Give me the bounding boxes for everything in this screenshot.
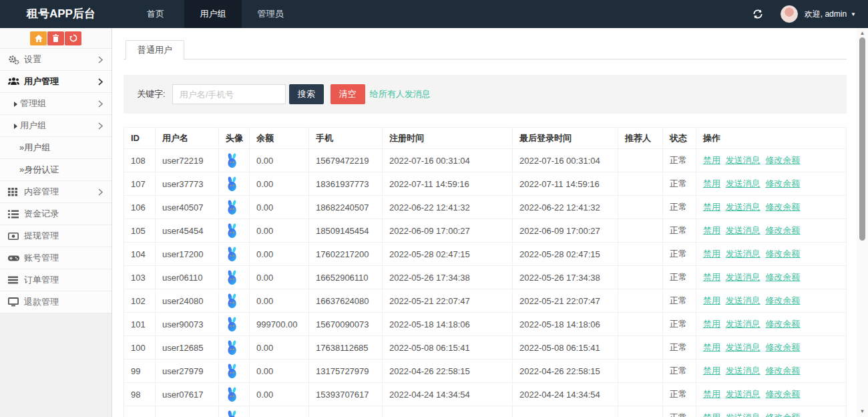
modify-balance-link[interactable]: 修改余额 [765, 389, 800, 399]
send-message-link[interactable]: 发送消息 [726, 389, 761, 399]
cell-last-login: 2022-07-16 00:31:04 [513, 149, 618, 172]
modify-balance-link[interactable]: 修改余额 [765, 202, 800, 212]
cell-referrer [618, 383, 663, 406]
send-message-link[interactable]: 发送消息 [726, 178, 761, 188]
cell-username: user06110 [156, 266, 219, 289]
disable-link[interactable]: 禁用 [703, 319, 720, 329]
sidebar-item-label: 内容管理 [24, 186, 59, 198]
sidebar-item-settings[interactable]: 设置 [0, 49, 112, 71]
modify-balance-link[interactable]: 修改余额 [765, 272, 800, 282]
nav-tab-admin[interactable]: 管理员 [242, 0, 299, 28]
send-message-link[interactable]: 发送消息 [726, 249, 761, 259]
cell-last-login: 2022-04-24 14:34:54 [513, 383, 618, 406]
sidebar-item-account-management[interactable]: 账号管理 [0, 247, 112, 269]
navbar-right: 欢迎, admin ▼ [752, 0, 856, 28]
clear-button[interactable]: 清空 [331, 84, 365, 104]
brand-title: 租号APP后台 [0, 0, 112, 28]
vertical-scrollbar[interactable]: ▲ ▼ [857, 28, 868, 417]
refresh-icon[interactable] [752, 9, 763, 19]
sidebar: 设置 用户管理 管理组 用户组 »用户组 »身份认证 内容管理 资金记录 [0, 28, 112, 417]
modify-balance-link[interactable]: 修改余额 [765, 225, 800, 235]
disable-link[interactable]: 禁用 [703, 272, 720, 282]
modify-balance-link[interactable]: 修改余额 [765, 155, 800, 165]
cell-id: 100 [124, 336, 156, 360]
send-message-link[interactable]: 发送消息 [726, 202, 761, 212]
chevron-right-icon [98, 55, 103, 65]
cell-registered: 2022-04-24 14:34:54 [383, 383, 513, 406]
cell-actions: 禁用 发送消息 修改余额 [696, 406, 847, 417]
sidebar-item-order-management[interactable]: 订单管理 [0, 269, 112, 291]
disable-link[interactable]: 禁用 [703, 412, 720, 417]
user-avatar[interactable] [781, 5, 798, 23]
modify-balance-link[interactable]: 修改余额 [765, 342, 800, 352]
send-message-link[interactable]: 发送消息 [726, 342, 761, 352]
keyword-input[interactable] [172, 84, 286, 104]
modify-balance-link[interactable]: 修改余额 [765, 249, 800, 259]
modify-balance-link[interactable]: 修改余额 [765, 412, 800, 417]
trash-button[interactable] [47, 31, 64, 45]
send-message-link[interactable]: 发送消息 [726, 412, 761, 417]
col-id: ID [124, 128, 156, 149]
modify-balance-link[interactable]: 修改余额 [765, 366, 800, 376]
sidebar-item-user-management[interactable]: 用户管理 [0, 71, 112, 93]
cell-referrer [618, 219, 663, 243]
sidebar-item-user-group-list[interactable]: »用户组 [0, 137, 112, 159]
disable-link[interactable]: 禁用 [703, 389, 720, 399]
sidebar-item-user-group[interactable]: 用户组 [0, 115, 112, 137]
cell-phone [309, 406, 383, 417]
recycle-button[interactable] [65, 31, 81, 45]
nav-tab-home[interactable]: 首页 [127, 0, 184, 28]
tab-normal-users[interactable]: 普通用户 [126, 40, 184, 59]
disable-link[interactable]: 禁用 [703, 295, 720, 305]
cell-phone: 13175727979 [309, 360, 383, 383]
modify-balance-link[interactable]: 修改余额 [765, 178, 800, 188]
cell-last-login: 2022-05-28 02:47:15 [513, 243, 618, 266]
top-navbar: 租号APP后台 首页 用户组 管理员 欢迎, admin ▼ [0, 0, 868, 28]
broadcast-message-link[interactable]: 给所有人发消息 [370, 88, 431, 100]
modify-balance-link[interactable]: 修改余额 [765, 295, 800, 305]
table-row: 100 user12685 [124, 336, 847, 360]
cell-status: 正常 [663, 149, 696, 172]
nav-tab-usergroup[interactable]: 用户组 [184, 0, 242, 28]
disable-link[interactable]: 禁用 [703, 202, 720, 212]
welcome-text[interactable]: 欢迎, admin [805, 9, 847, 20]
sidebar-item-admin-group[interactable]: 管理组 [0, 93, 112, 115]
chevron-right-icon [98, 122, 103, 132]
scroll-down-icon[interactable]: ▼ [857, 407, 868, 416]
trash-icon [52, 34, 59, 42]
cell-id: 102 [124, 289, 156, 313]
send-message-link[interactable]: 发送消息 [726, 319, 761, 329]
sidebar-item-refund-management[interactable]: 退款管理 [0, 291, 112, 313]
table-row: 101 user90073 [124, 313, 847, 336]
send-message-link[interactable]: 发送消息 [726, 272, 761, 282]
scroll-up-icon[interactable]: ▲ [857, 29, 868, 38]
scrollbar-thumb[interactable] [859, 37, 865, 241]
search-button[interactable]: 搜索 [289, 84, 324, 104]
sidebar-item-content-management[interactable]: 内容管理 [0, 181, 112, 203]
table-row: 102 user24080 [124, 289, 847, 313]
disable-link[interactable]: 禁用 [703, 342, 720, 352]
disable-link[interactable]: 禁用 [703, 225, 720, 235]
send-message-link[interactable]: 发送消息 [726, 366, 761, 376]
sidebar-item-label: 退款管理 [24, 296, 59, 308]
chevron-right-icon [98, 188, 103, 198]
modify-balance-link[interactable]: 修改余额 [765, 319, 800, 329]
send-message-link[interactable]: 发送消息 [726, 295, 761, 305]
sidebar-item-label: »用户组 [19, 142, 50, 154]
sidebar-item-withdrawal-management[interactable]: 提现管理 [0, 225, 112, 247]
cell-last-login: 2022-05-21 22:07:47 [513, 289, 618, 313]
sidebar-item-label: 设置 [24, 53, 41, 65]
send-message-link[interactable]: 发送消息 [726, 225, 761, 235]
cell-phone: 18361937773 [309, 172, 383, 196]
cell-phone: 16637624080 [309, 289, 383, 313]
cell-balance: 0.00 [250, 360, 309, 383]
disable-link[interactable]: 禁用 [703, 155, 720, 165]
cell-username: user27979 [156, 360, 219, 383]
disable-link[interactable]: 禁用 [703, 366, 720, 376]
sidebar-item-fund-records[interactable]: 资金记录 [0, 203, 112, 225]
sidebar-item-identity-verify[interactable]: »身份认证 [0, 159, 112, 181]
send-message-link[interactable]: 发送消息 [726, 155, 761, 165]
home-button[interactable] [30, 31, 47, 45]
disable-link[interactable]: 禁用 [703, 249, 720, 259]
disable-link[interactable]: 禁用 [703, 178, 720, 188]
